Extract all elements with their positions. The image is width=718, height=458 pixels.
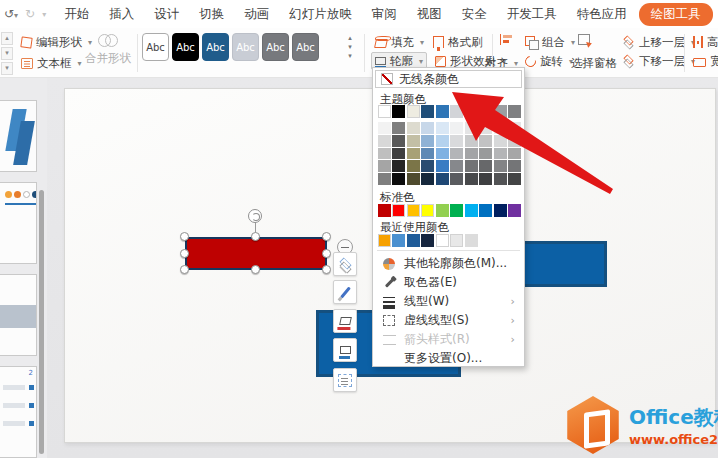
color-swatch[interactable] xyxy=(479,160,492,172)
menu-tab-安全[interactable]: 安全 xyxy=(454,3,495,26)
spin-more-button[interactable]: ▾ xyxy=(1,62,13,75)
shape-style-preset[interactable]: Abc xyxy=(202,33,229,61)
color-swatch[interactable] xyxy=(436,234,449,247)
color-swatch[interactable] xyxy=(494,122,507,134)
color-swatch[interactable] xyxy=(407,204,420,217)
color-swatch[interactable] xyxy=(421,173,434,185)
color-swatch[interactable] xyxy=(436,105,449,118)
color-swatch[interactable] xyxy=(465,122,478,134)
format-brush-button[interactable] xyxy=(333,280,357,304)
resize-handle-sw[interactable] xyxy=(180,265,189,274)
color-swatch[interactable] xyxy=(508,105,521,118)
resize-handle-ne[interactable] xyxy=(322,232,331,241)
shape-style-preset[interactable]: Abc xyxy=(142,33,169,61)
color-swatch[interactable] xyxy=(421,234,434,247)
color-swatch[interactable] xyxy=(508,204,521,217)
color-swatch[interactable] xyxy=(407,234,420,247)
group-button[interactable]: 组合 ▾ xyxy=(522,33,578,51)
color-swatch[interactable] xyxy=(392,160,405,172)
undo-icon[interactable]: ↺▾ xyxy=(4,7,18,21)
menu-tab-幻灯片放映[interactable]: 幻灯片放映 xyxy=(281,3,360,26)
color-swatch[interactable] xyxy=(392,135,405,147)
color-swatch[interactable] xyxy=(450,148,463,160)
menu-tab-开始[interactable]: 开始 xyxy=(56,3,97,26)
resize-handle-e[interactable] xyxy=(322,249,331,258)
color-swatch[interactable] xyxy=(421,135,434,147)
color-swatch[interactable] xyxy=(378,173,391,185)
color-swatch[interactable] xyxy=(421,160,434,172)
color-swatch[interactable] xyxy=(392,204,405,217)
color-swatch[interactable] xyxy=(465,204,478,217)
color-swatch[interactable] xyxy=(465,160,478,172)
dropdown-item[interactable]: 线型(W)› xyxy=(375,292,522,311)
color-swatch[interactable] xyxy=(378,160,391,172)
resize-handle-w[interactable] xyxy=(180,249,189,258)
slide-thumbnail[interactable] xyxy=(0,182,37,264)
slide-thumbnail[interactable]: 2 xyxy=(0,366,37,458)
color-swatch[interactable] xyxy=(465,148,478,160)
menu-tab-动画[interactable]: 动画 xyxy=(236,3,277,26)
color-swatch[interactable] xyxy=(508,122,521,134)
color-swatch[interactable] xyxy=(479,173,492,185)
color-swatch[interactable] xyxy=(378,204,391,217)
color-swatch[interactable] xyxy=(465,173,478,185)
color-swatch[interactable] xyxy=(378,234,391,247)
color-swatch[interactable] xyxy=(465,135,478,147)
resize-handle-n[interactable] xyxy=(251,232,260,241)
color-swatch[interactable] xyxy=(465,234,478,247)
format-painter-button[interactable]: 格式刷 xyxy=(430,33,486,51)
color-swatch[interactable] xyxy=(407,173,420,185)
color-swatch[interactable] xyxy=(407,148,420,160)
dropdown-item[interactable]: 更多设置(O)... xyxy=(375,349,522,368)
rotation-handle[interactable] xyxy=(248,209,262,223)
quick-fill-button[interactable] xyxy=(333,309,357,333)
send-backward-button[interactable]: 下移一层 ▾ xyxy=(618,52,698,70)
color-swatch[interactable] xyxy=(392,234,405,247)
spin-up-button[interactable]: ▴ xyxy=(1,32,13,45)
color-swatch[interactable] xyxy=(378,105,391,118)
color-swatch[interactable] xyxy=(407,160,420,172)
layers-button[interactable] xyxy=(333,252,357,276)
height-field[interactable]: 高度 xyxy=(690,33,718,51)
quick-outline-button[interactable] xyxy=(333,338,357,362)
color-swatch[interactable] xyxy=(479,135,492,147)
menu-tab-设计[interactable]: 设计 xyxy=(146,3,187,26)
chevron-down-icon[interactable]: ▾ xyxy=(42,10,46,19)
merge-shapes-button[interactable]: 合并形状 xyxy=(82,34,134,66)
color-swatch[interactable] xyxy=(378,148,391,160)
resize-handle-nw[interactable] xyxy=(180,232,189,241)
dropdown-item[interactable]: 虚线线型(S)› xyxy=(375,311,522,330)
color-swatch[interactable] xyxy=(479,148,492,160)
menu-tab-特色应用[interactable]: 特色应用 xyxy=(569,3,635,26)
color-swatch[interactable] xyxy=(421,122,434,134)
color-swatch[interactable] xyxy=(392,105,405,118)
fill-button[interactable]: 填充 ▾ xyxy=(372,33,427,51)
color-swatch[interactable] xyxy=(479,122,492,134)
color-swatch[interactable] xyxy=(450,234,463,247)
color-swatch[interactable] xyxy=(465,105,478,118)
color-swatch[interactable] xyxy=(436,160,449,172)
color-swatch[interactable] xyxy=(392,173,405,185)
color-swatch[interactable] xyxy=(436,204,449,217)
menu-tab-审阅[interactable]: 审阅 xyxy=(364,3,405,26)
color-swatch[interactable] xyxy=(494,105,507,118)
color-swatch[interactable] xyxy=(421,105,434,118)
color-swatch[interactable] xyxy=(508,173,521,185)
panel-scrollbar[interactable] xyxy=(39,190,44,454)
color-swatch[interactable] xyxy=(378,135,391,147)
shape-style-preset[interactable]: Abc xyxy=(232,33,259,61)
color-swatch[interactable] xyxy=(392,122,405,134)
color-swatch[interactable] xyxy=(494,160,507,172)
color-swatch[interactable] xyxy=(450,204,463,217)
color-swatch[interactable] xyxy=(508,148,521,160)
color-swatch[interactable] xyxy=(436,135,449,147)
color-swatch[interactable] xyxy=(407,122,420,134)
color-swatch[interactable] xyxy=(494,135,507,147)
color-swatch[interactable] xyxy=(378,122,391,134)
color-swatch[interactable] xyxy=(407,105,420,118)
dropdown-item[interactable]: 取色器(E) xyxy=(375,273,522,292)
width-field[interactable]: 宽度 xyxy=(690,52,718,70)
color-swatch[interactable] xyxy=(479,105,492,118)
shape-style-preset[interactable]: Abc xyxy=(172,33,199,61)
resize-handle-s[interactable] xyxy=(251,265,260,274)
